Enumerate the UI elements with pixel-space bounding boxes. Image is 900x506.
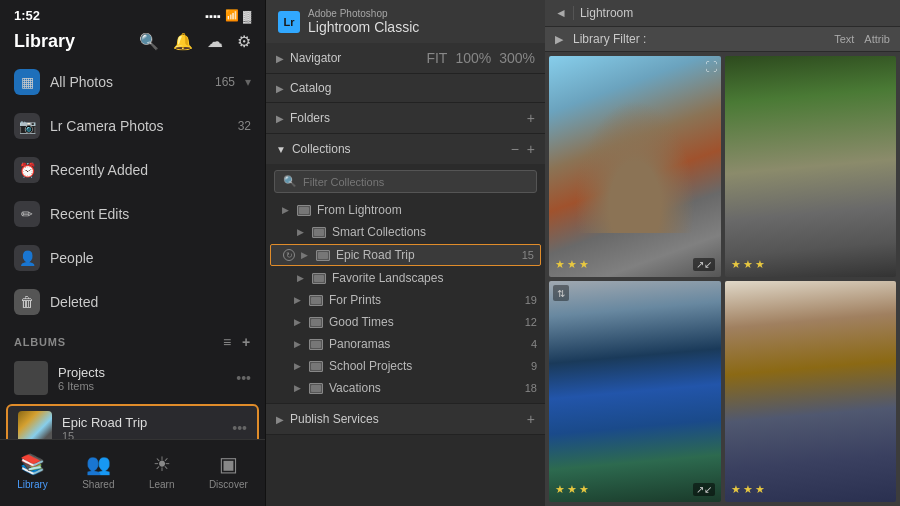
grid-toolbar: ◄ Lightroom [545,0,900,27]
edit-icon: ✏ [14,201,40,227]
epic-arrow: ▶ [301,250,308,260]
collection-panoramas[interactable]: ▶ Panoramas 4 [278,333,545,355]
folders-add-icon[interactable]: + [527,110,535,126]
star-1: ★ [555,483,565,496]
album-epic-road-trip-dots[interactable]: ••• [232,420,247,436]
nav-lr-camera[interactable]: 📷 Lr Camera Photos 32 [0,104,265,148]
collection-smart[interactable]: ▶ ▶ Smart Collections [266,221,545,243]
nav-recently-added[interactable]: ⏰ Recently Added [0,148,265,192]
prints-arrow: ▶ [294,295,301,305]
publish-plus[interactable]: + [527,411,535,427]
clock-icon: ⏰ [14,157,40,183]
sort-icon[interactable]: ≡ [223,334,232,350]
filter-text[interactable]: Text [834,33,854,45]
collections-header[interactable]: ▼ Collections − + [266,134,545,164]
gear-icon[interactable]: ⚙ [237,32,251,51]
mobile-panel: 1:52 ▪▪▪▪ 📶 ▓ Library 🔍 🔔 ☁ ⚙ ▦ All Phot… [0,0,265,506]
lr-camera-count: 32 [238,119,251,133]
search-icon[interactable]: 🔍 [139,32,159,51]
nav-people[interactable]: 👤 People [0,236,265,280]
collection-for-prints[interactable]: ▶ For Prints 19 [278,289,545,311]
add-album-icon[interactable]: + [242,334,251,350]
album-epic-road-trip-name: Epic Road Trip [62,415,222,430]
album-projects[interactable]: Projects 6 Items ••• [0,354,265,402]
albums-section-label: ALBUMS ≡ + [0,324,265,354]
collection-epic-road-trip[interactable]: ↻ ▶ Epic Road Trip 15 [270,244,541,266]
school-icon [309,361,323,372]
catalog-title: Catalog [290,81,535,95]
photo-cell-4[interactable]: ★ ★ ★ [725,281,897,502]
nav-all-photos[interactable]: ▦ All Photos 165 ▾ [0,60,265,104]
discover-nav-label: Discover [209,479,248,490]
from-lr-arrow: ▶ [282,205,289,215]
collection-school-projects[interactable]: ▶ School Projects 9 [278,355,545,377]
album-projects-thumb [14,361,48,395]
collections-arrow: ▼ [276,144,286,155]
filter-placeholder: Filter Collections [303,176,528,188]
publish-actions: + [527,411,535,427]
bottom-nav-shared[interactable]: 👥 Shared [70,448,126,494]
nav-recent-edits[interactable]: ✏ Recent Edits [0,192,265,236]
prints-name: For Prints [329,293,519,307]
filter-collections-input[interactable]: 🔍 Filter Collections [274,170,537,193]
photo-cell-1[interactable]: ⛶ ★ ★ ★ ↗↙ [549,56,721,277]
learn-nav-icon: ☀ [153,452,171,476]
nav-recent-edits-label: Recent Edits [50,206,251,222]
from-lr-name: From Lightroom [317,203,537,217]
from-lr-icon [297,205,311,216]
star-2: ★ [567,258,577,271]
star-1: ★ [731,483,741,496]
back-arrow-icon[interactable]: ◄ [555,6,567,20]
folders-title: Folders [290,111,527,125]
shared-nav-label: Shared [82,479,114,490]
fit-label[interactable]: FIT [426,50,447,66]
star-2: ★ [743,258,753,271]
collection-favorite-landscapes[interactable]: ▶ ▶ Favorite Landscapes [266,267,545,289]
lightroom-label: Lightroom [580,6,633,20]
collections-plus[interactable]: + [527,141,535,157]
prints-count: 19 [525,294,537,306]
navigator-title: Navigator [290,51,426,65]
zoom-100[interactable]: 100% [455,50,491,66]
camera-icon: 📷 [14,113,40,139]
publish-services-header[interactable]: ▶ Publish Services + [266,404,545,434]
album-epic-road-trip-info: Epic Road Trip 15 [62,415,222,440]
catalog-header[interactable]: ▶ Catalog [266,74,545,102]
album-projects-info: Projects 6 Items [58,365,226,392]
mobile-nav-list: ▦ All Photos 165 ▾ 📷 Lr Camera Photos 32… [0,60,265,439]
collection-vacations[interactable]: ▶ Vacations 18 [278,377,545,399]
filter-label: Library Filter : [573,32,824,46]
publish-arrow: ▶ [276,414,284,425]
cloud-icon[interactable]: ☁ [207,32,223,51]
collections-minus[interactable]: − [511,141,519,157]
navigator-actions: FIT 100% 300% [426,50,535,66]
bottom-nav-learn[interactable]: ☀ Learn [137,448,187,494]
smart-name: Smart Collections [332,225,537,239]
navigator-header[interactable]: ▶ Navigator FIT 100% 300% [266,43,545,73]
photo-cell-2[interactable]: ★ ★ ★ [725,56,897,277]
header-icons: 🔍 🔔 ☁ ⚙ [139,32,251,51]
bottom-nav-discover[interactable]: ▣ Discover [197,448,260,494]
photo-cell-3[interactable]: ⇅ ★ ★ ★ ↗↙ [549,281,721,502]
nav-all-photos-label: All Photos [50,74,205,90]
collection-good-times[interactable]: ▶ Good Times 12 [278,311,545,333]
folders-header[interactable]: ▶ Folders + [266,103,545,133]
nav-deleted[interactable]: 🗑 Deleted [0,280,265,324]
bottom-nav-library[interactable]: 📚 Library [5,448,60,494]
nav-deleted-label: Deleted [50,294,251,310]
folders-arrow: ▶ [276,113,284,124]
album-epic-road-trip[interactable]: Epic Road Trip 15 ••• [6,404,259,439]
collection-from-lightroom[interactable]: ▶ From Lightroom [266,199,545,221]
filter-attrib[interactable]: Attrib [864,33,890,45]
bell-icon[interactable]: 🔔 [173,32,193,51]
fav-expand: ▶ [297,273,304,283]
album-projects-dots[interactable]: ••• [236,370,251,386]
section-label-icons: ≡ + [223,334,251,350]
star-3: ★ [755,483,765,496]
app-subtitle: Adobe Photoshop [308,8,419,19]
trash-icon: 🗑 [14,289,40,315]
school-count: 9 [531,360,537,372]
zoom-300[interactable]: 300% [499,50,535,66]
sync-icon: ↻ [283,249,295,261]
library-title: Library [14,31,75,52]
